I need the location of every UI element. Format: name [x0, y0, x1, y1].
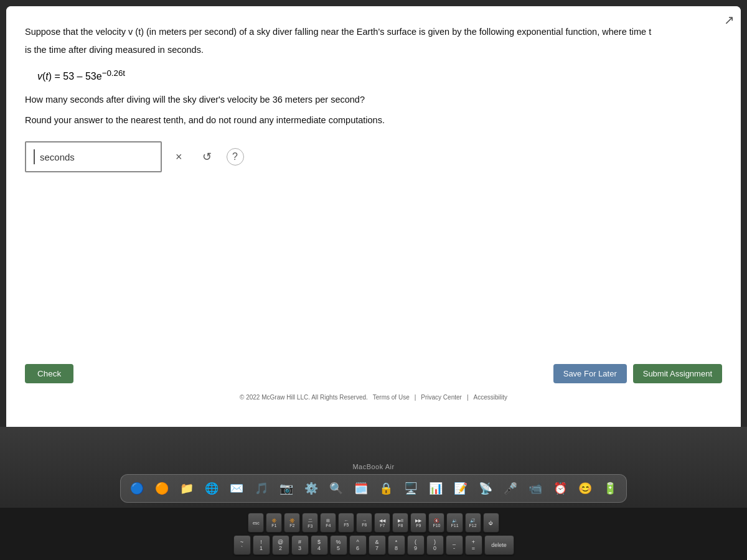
key-4[interactable]: $4: [311, 535, 328, 555]
key-0[interactable]: )0: [426, 535, 444, 555]
text-cursor-icon: [34, 149, 35, 164]
submit-assignment-button[interactable]: Submit Assignment: [633, 364, 722, 383]
key-1[interactable]: !1: [253, 535, 270, 555]
dock-item-music[interactable]: 🎵: [250, 477, 273, 500]
formula-text: v: [37, 72, 42, 82]
key-f2[interactable]: 🔆F2: [284, 513, 300, 533]
dock-item-settings[interactable]: ⚙️: [300, 477, 322, 500]
dock-item-launchpad[interactable]: 🟠: [151, 477, 173, 500]
right-buttons: Save For Later Submit Assignment: [553, 364, 722, 383]
footer-links: © 2022 McGraw Hill LLC. All Rights Reser…: [6, 391, 741, 403]
dock-item-wifi[interactable]: 📡: [474, 477, 497, 500]
taskbar: MacBook Air 🔵 🟠 📁 🌐 ✉️ 🎵 📷 ⚙️ 🔍 🗓️ 🔒 🖥️ …: [0, 427, 747, 508]
key-5[interactable]: %5: [330, 535, 347, 555]
formula-block: v(t) = 53 – 53e−0.26t: [37, 68, 716, 82]
number-key-row: ~` !1 @2 #3 $4 %5 ^6 &7 *8 (9 )0 _- += d…: [233, 535, 514, 555]
dock-item-lock[interactable]: 🔒: [375, 477, 397, 500]
key-f7[interactable]: ◀◀F7: [374, 513, 390, 533]
dock-item-calendar[interactable]: 🗓️: [350, 477, 372, 500]
content-area: ↗ Suppose that the velocity v (t) (in me…: [6, 6, 741, 427]
save-for-later-button[interactable]: Save For Later: [553, 364, 627, 383]
key-f4[interactable]: ⊞F4: [320, 513, 336, 533]
key-minus[interactable]: _-: [446, 535, 463, 555]
dock-item-photo[interactable]: 📷: [275, 477, 298, 500]
key-8[interactable]: *8: [388, 535, 405, 555]
dock-item-search[interactable]: 🔍: [325, 477, 347, 500]
keyboard-area: esc 🔅F1 🔆F2 二F3 ⊞F4 ←F5 →F6 ◀◀F7 ▶IIF8 ▶…: [0, 508, 747, 560]
key-equals[interactable]: +=: [465, 535, 482, 555]
dock-item-browser[interactable]: 🌐: [200, 477, 223, 500]
action-buttons: × ↺ ?: [171, 147, 244, 166]
dock-item-terminal[interactable]: 🖥️: [400, 477, 422, 500]
key-f1[interactable]: 🔅F1: [266, 513, 282, 533]
problem-line2: is the time after diving measured in sec…: [25, 43, 682, 57]
key-f8[interactable]: ▶IIF8: [392, 513, 408, 533]
key-f11[interactable]: 🔉F11: [446, 513, 463, 533]
refresh-button[interactable]: ↺: [197, 147, 217, 166]
clear-button[interactable]: ×: [171, 148, 187, 166]
key-delete[interactable]: delete: [484, 535, 514, 555]
main-window: ↗ Suppose that the velocity v (t) (in me…: [6, 6, 741, 427]
accessibility-link[interactable]: Accessibility: [474, 394, 507, 401]
key-2[interactable]: @2: [272, 535, 289, 555]
dock-item-chart[interactable]: 📊: [425, 477, 447, 500]
question-line2: Round your answer to the nearest tenth, …: [25, 113, 716, 128]
key-f5[interactable]: ←F5: [338, 513, 354, 533]
bottom-bar: Check Save For Later Submit Assignment: [6, 358, 741, 390]
question-line1: How many seconds after diving will the s…: [25, 93, 716, 107]
seconds-label: seconds: [40, 152, 75, 162]
key-power[interactable]: ⏻: [483, 513, 499, 533]
terms-link[interactable]: Terms of Use: [373, 394, 410, 401]
corner-icon: ↗: [724, 12, 735, 27]
key-3[interactable]: #3: [291, 535, 309, 555]
fn-key-row: esc 🔅F1 🔆F2 二F3 ⊞F4 ←F5 →F6 ◀◀F7 ▶IIF8 ▶…: [248, 513, 499, 533]
key-f10[interactable]: 🔇F10: [428, 513, 444, 533]
formula-exponent: −0.26t: [102, 68, 125, 78]
dock-item-mic[interactable]: 🎤: [499, 477, 522, 500]
answer-input-container[interactable]: seconds: [25, 141, 162, 172]
dock-item-battery[interactable]: 🔋: [599, 477, 621, 500]
dock-item-files[interactable]: 📁: [176, 477, 198, 500]
dock-item-alarm[interactable]: ⏰: [549, 477, 571, 500]
key-esc[interactable]: esc: [248, 513, 264, 533]
dock-item-finder[interactable]: 🔵: [126, 477, 148, 500]
check-button[interactable]: Check: [25, 364, 73, 383]
key-9[interactable]: (9: [407, 535, 425, 555]
dock-item-mail[interactable]: ✉️: [225, 477, 248, 500]
formula-e: e: [96, 72, 102, 82]
copyright-text: © 2022 McGraw Hill LLC. All Rights Reser…: [240, 394, 368, 401]
key-7[interactable]: &7: [369, 535, 386, 555]
dock-item-face[interactable]: 😊: [574, 477, 596, 500]
dock-item-camera[interactable]: 📹: [524, 477, 547, 500]
problem-line1: Suppose that the velocity v (t) (in mete…: [25, 25, 682, 39]
help-button[interactable]: ?: [227, 148, 244, 166]
key-6[interactable]: ^6: [349, 535, 367, 555]
mac-label: MacBook Air: [352, 463, 394, 470]
dock-item-notes[interactable]: 📝: [449, 477, 472, 500]
key-f9[interactable]: ▶▶F9: [410, 513, 426, 533]
privacy-link[interactable]: Privacy Center: [421, 394, 462, 401]
key-f3[interactable]: 二F3: [302, 513, 318, 533]
key-f6[interactable]: →F6: [356, 513, 372, 533]
input-row: seconds × ↺ ?: [25, 141, 716, 172]
dock: 🔵 🟠 📁 🌐 ✉️ 🎵 📷 ⚙️ 🔍 🗓️ 🔒 🖥️ 📊 📝 📡 🎤 📹 ⏰ …: [120, 474, 627, 503]
key-f12[interactable]: 🔊F12: [465, 513, 481, 533]
formula-t: t: [45, 72, 48, 82]
key-backtick[interactable]: ~`: [233, 535, 251, 555]
